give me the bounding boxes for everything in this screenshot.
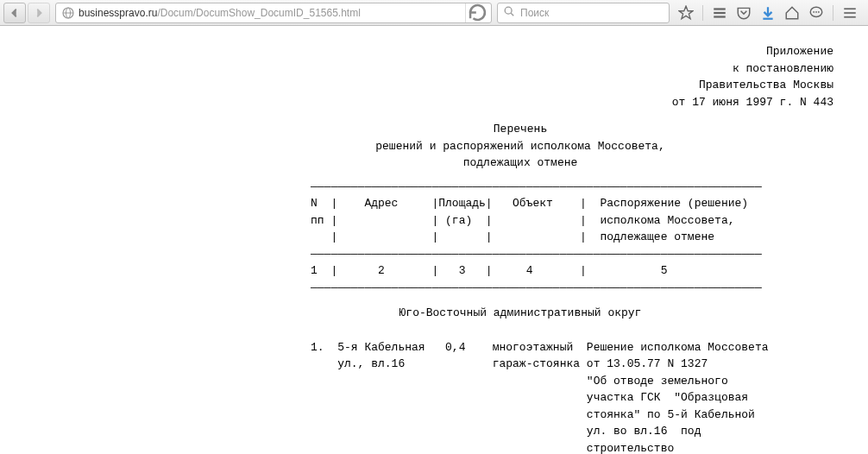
globe-icon: [61, 6, 75, 20]
svg-line-4: [511, 13, 513, 16]
table-rows: 1. 5-я Кабельная 0,4 многоэтажный Решени…: [311, 339, 833, 455]
url-text: businesspravo.ru/Docum/DocumShow_DocumID…: [79, 7, 465, 19]
svg-rect-15: [844, 16, 856, 17]
svg-point-11: [815, 10, 817, 12]
svg-rect-6: [714, 11, 726, 13]
separator: [833, 5, 833, 21]
forward-button[interactable]: [28, 3, 50, 23]
browser-toolbar: businesspravo.ru/Docum/DocumShow_DocumID…: [0, 0, 868, 26]
svg-point-10: [813, 10, 815, 12]
separator: [702, 5, 703, 21]
title-line: подлежащих отмене: [207, 154, 833, 172]
svg-point-3: [505, 7, 512, 14]
svg-rect-7: [714, 16, 726, 17]
download-icon[interactable]: [760, 5, 776, 21]
svg-rect-13: [844, 8, 856, 9]
menu-icon[interactable]: [842, 5, 858, 21]
chat-icon[interactable]: [808, 5, 824, 21]
star-icon[interactable]: [678, 5, 694, 21]
search-placeholder: Поиск: [520, 7, 549, 19]
home-icon[interactable]: [784, 5, 800, 21]
title-line: решений и распоряжений исполкома Моссове…: [207, 138, 833, 155]
title-line: Перечень: [207, 121, 833, 138]
svg-point-12: [818, 10, 820, 12]
back-button[interactable]: [3, 3, 26, 23]
reload-icon: [466, 1, 489, 24]
svg-rect-5: [714, 8, 726, 9]
document-title: Перечень решений и распоряжений исполком…: [207, 121, 833, 172]
document-header: Приложение к постановлению Правительства…: [328, 43, 833, 110]
arrow-left-icon: [9, 7, 21, 19]
header-line: к постановлению: [328, 60, 833, 78]
header-line: от 17 июня 1997 г. N 443: [328, 94, 833, 111]
list-icon[interactable]: [712, 5, 727, 21]
header-line: Приложение: [328, 43, 833, 60]
url-bar[interactable]: businesspravo.ru/Docum/DocumShow_DocumID…: [55, 3, 492, 23]
section-title: Юго-Восточный административный округ: [207, 305, 833, 322]
pocket-icon[interactable]: [736, 5, 752, 21]
header-line: Правительства Москвы: [328, 77, 833, 94]
arrow-right-icon: [33, 7, 45, 19]
document-content: Приложение к постановлению Правительства…: [0, 26, 868, 454]
search-icon: [503, 5, 515, 20]
reload-button[interactable]: [465, 3, 489, 22]
svg-rect-14: [844, 12, 856, 14]
search-bar[interactable]: Поиск: [497, 3, 670, 23]
toolbar-icons: [671, 5, 865, 21]
table-header: ————————————————————————————————————————…: [311, 179, 833, 297]
